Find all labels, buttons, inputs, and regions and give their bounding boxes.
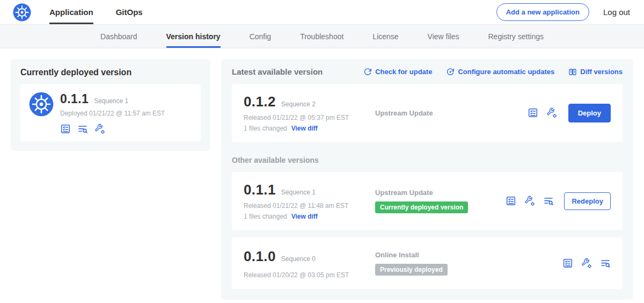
- version-card: 0.1.2 Sequence 2 Released 01/21/22 @ 05:…: [232, 84, 623, 142]
- view-files-icon[interactable]: [600, 258, 611, 269]
- configure-automatic-updates-link[interactable]: Configure automatic updates: [446, 68, 554, 76]
- version-history-panel: Latest available version Check for updat…: [221, 59, 633, 300]
- kubernetes-logo-icon: [13, 3, 31, 21]
- released-timestamp: Released 01/21/22 @ 11:48 am EST: [244, 202, 375, 210]
- check-for-update-label: Check for update: [375, 68, 432, 76]
- view-diff-link[interactable]: View diff: [291, 213, 318, 220]
- diff-versions-label: Diff versions: [580, 68, 623, 76]
- version-number: 0.1.0: [244, 248, 276, 265]
- edit-config-icon[interactable]: [581, 258, 592, 269]
- sequence-label: Sequence 1: [281, 189, 316, 196]
- version-number: 0.1.2: [244, 93, 276, 110]
- main-content: Currently deployed version 0.1.1 Sequenc…: [0, 48, 644, 303]
- subnav-item-view-files[interactable]: View files: [428, 25, 459, 48]
- subnav-item-config[interactable]: Config: [250, 25, 271, 48]
- auto-updates-icon: [446, 68, 455, 76]
- deployed-meta: 0.1.1 Sequence 1 Deployed 01/21/22 @ 11:…: [60, 92, 165, 117]
- topbar-right: Add a new application Log out: [496, 3, 630, 21]
- previously-deployed-badge: Previously deployed: [375, 264, 448, 276]
- currently-deployed-panel: Currently deployed version 0.1.1 Sequenc…: [11, 59, 210, 151]
- logout-button[interactable]: Log out: [603, 8, 630, 17]
- tab-gitops[interactable]: GitOps: [116, 0, 143, 24]
- files-changed-label: 1 files changed: [244, 125, 287, 132]
- latest-available-title: Latest available version: [232, 67, 323, 76]
- release-notes-icon[interactable]: [506, 196, 516, 206]
- app-subnav: Dashboard Version history Config Trouble…: [0, 25, 644, 48]
- release-notes-icon[interactable]: [528, 107, 538, 118]
- version-card: 0.1.0 Sequence 0 Released 01/20/22 @ 03:…: [232, 237, 623, 289]
- deploy-button[interactable]: Deploy: [568, 104, 611, 122]
- other-available-versions-title: Other available versions: [232, 156, 623, 164]
- deployed-timestamp: Deployed 01/21/22 @ 11:57 am EST: [60, 110, 165, 117]
- tab-application[interactable]: Application: [49, 0, 93, 24]
- diff-versions-icon: [568, 68, 577, 76]
- add-application-button[interactable]: Add a new application: [496, 3, 589, 21]
- version-source-label: Online Install: [375, 251, 562, 259]
- edit-config-icon[interactable]: [546, 107, 557, 118]
- configure-automatic-updates-label: Configure automatic updates: [458, 68, 554, 76]
- view-files-icon[interactable]: [77, 124, 88, 134]
- subnav-item-version-history[interactable]: Version history: [166, 25, 221, 48]
- app-logo-icon: [29, 92, 54, 117]
- top-bar: Application GitOps Add a new application…: [0, 0, 644, 25]
- sequence-label: Sequence 0: [281, 255, 316, 263]
- check-for-update-link[interactable]: Check for update: [363, 68, 432, 76]
- version-source-label: Upstream Update: [375, 109, 528, 117]
- deployed-version-number: 0.1.1: [60, 92, 89, 106]
- subnav-item-dashboard[interactable]: Dashboard: [100, 25, 137, 48]
- view-diff-link[interactable]: View diff: [291, 125, 318, 132]
- deployed-sequence-label: Sequence 1: [94, 97, 128, 105]
- released-timestamp: Released 01/20/22 @ 03:05 pm EST: [244, 271, 375, 279]
- version-number: 0.1.1: [244, 182, 276, 198]
- check-update-icon: [363, 68, 372, 76]
- released-timestamp: Released 01/21/22 @ 05:37 pm EST: [244, 114, 375, 121]
- currently-deployed-card: 0.1.1 Sequence 1 Deployed 01/21/22 @ 11:…: [20, 84, 201, 141]
- currently-deployed-badge: Currently deployed version: [375, 201, 468, 213]
- release-notes-icon[interactable]: [60, 124, 71, 134]
- view-files-icon[interactable]: [543, 196, 554, 206]
- diff-versions-link[interactable]: Diff versions: [568, 68, 623, 76]
- edit-config-icon[interactable]: [524, 196, 535, 206]
- edit-config-icon[interactable]: [94, 124, 105, 134]
- release-notes-icon[interactable]: [562, 258, 573, 269]
- version-card: 0.1.1 Sequence 1 Released 01/21/22 @ 11:…: [232, 172, 623, 230]
- files-changed-label: 1 files changed: [244, 213, 287, 220]
- subnav-item-license[interactable]: License: [372, 25, 398, 48]
- subnav-item-troubleshoot[interactable]: Troubleshoot: [300, 25, 343, 48]
- deployed-actions: [60, 124, 192, 134]
- sequence-label: Sequence 2: [281, 100, 316, 108]
- subnav-item-registry-settings[interactable]: Registry settings: [488, 25, 544, 48]
- version-actions: Check for update Configure automatic upd…: [363, 68, 623, 76]
- currently-deployed-title: Currently deployed version: [20, 68, 201, 77]
- version-source-label: Upstream Update: [375, 189, 506, 197]
- app-tabs: Application GitOps: [49, 0, 143, 24]
- redeploy-button[interactable]: Redeploy: [564, 192, 611, 210]
